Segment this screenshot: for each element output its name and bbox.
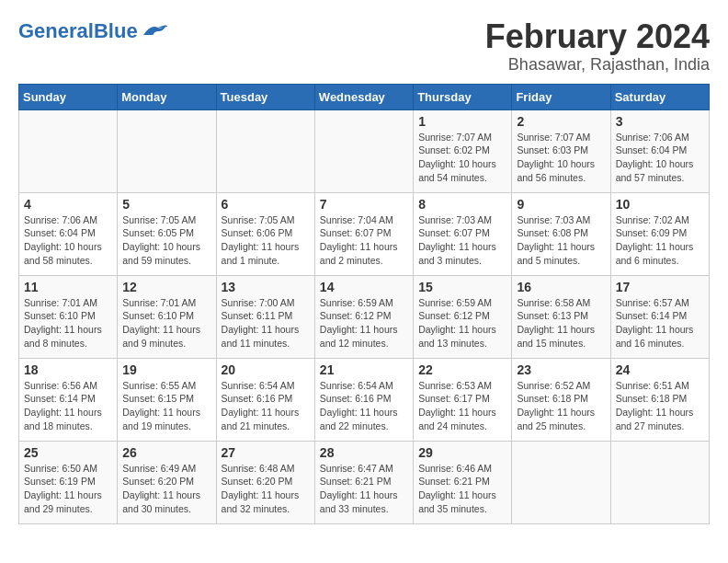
- page-header: GeneralBlue February 2024 Bhasawar, Raja…: [18, 18, 710, 75]
- location-title: Bhasawar, Rajasthan, India: [485, 55, 710, 75]
- day-number: 24: [616, 362, 704, 377]
- day-info: Sunrise: 7:02 AM Sunset: 6:09 PM Dayligh…: [616, 213, 704, 268]
- day-number: 27: [222, 445, 310, 460]
- day-info: Sunrise: 7:01 AM Sunset: 6:10 PM Dayligh…: [24, 296, 112, 350]
- day-info: Sunrise: 6:51 AM Sunset: 6:18 PM Dayligh…: [616, 379, 704, 433]
- day-info: Sunrise: 6:58 AM Sunset: 6:13 PM Dayligh…: [517, 296, 605, 350]
- day-number: 17: [616, 280, 704, 294]
- calendar-cell: 12Sunrise: 7:01 AM Sunset: 6:10 PM Dayli…: [118, 275, 216, 358]
- day-info: Sunrise: 6:52 AM Sunset: 6:18 PM Dayligh…: [517, 379, 605, 433]
- day-number: 25: [24, 445, 112, 460]
- logo: GeneralBlue: [18, 18, 169, 44]
- day-info: Sunrise: 7:03 AM Sunset: 6:08 PM Dayligh…: [517, 213, 605, 268]
- day-info: Sunrise: 6:59 AM Sunset: 6:12 PM Dayligh…: [320, 296, 408, 350]
- day-info: Sunrise: 7:05 AM Sunset: 6:06 PM Dayligh…: [222, 213, 310, 268]
- day-number: 15: [418, 280, 506, 294]
- calendar-cell: 24Sunrise: 6:51 AM Sunset: 6:18 PM Dayli…: [610, 358, 709, 441]
- calendar-cell: [314, 109, 413, 192]
- calendar-cell: [610, 441, 709, 523]
- day-number: 20: [222, 362, 310, 377]
- weekday-header-friday: Friday: [512, 84, 610, 109]
- day-info: Sunrise: 6:54 AM Sunset: 6:16 PM Dayligh…: [320, 379, 408, 433]
- day-info: Sunrise: 6:48 AM Sunset: 6:20 PM Dayligh…: [222, 462, 310, 516]
- day-number: 11: [24, 280, 112, 294]
- day-number: 21: [320, 362, 408, 377]
- calendar-cell: 18Sunrise: 6:56 AM Sunset: 6:14 PM Dayli…: [19, 358, 118, 441]
- title-block: February 2024 Bhasawar, Rajasthan, India: [485, 18, 710, 75]
- logo-text: GeneralBlue: [18, 21, 138, 41]
- logo-bird-icon: [140, 18, 169, 44]
- day-number: 16: [517, 280, 605, 294]
- month-title: February 2024: [485, 18, 710, 55]
- day-info: Sunrise: 6:49 AM Sunset: 6:20 PM Dayligh…: [122, 462, 210, 516]
- calendar-cell: 21Sunrise: 6:54 AM Sunset: 6:16 PM Dayli…: [314, 358, 413, 441]
- day-number: 5: [122, 197, 210, 212]
- day-number: 22: [418, 362, 506, 377]
- day-info: Sunrise: 6:55 AM Sunset: 6:15 PM Dayligh…: [122, 379, 210, 433]
- day-info: Sunrise: 7:01 AM Sunset: 6:10 PM Dayligh…: [122, 296, 210, 350]
- calendar-cell: 27Sunrise: 6:48 AM Sunset: 6:20 PM Dayli…: [216, 441, 314, 523]
- day-number: 8: [418, 197, 506, 212]
- calendar-cell: [216, 109, 314, 192]
- day-info: Sunrise: 6:46 AM Sunset: 6:21 PM Dayligh…: [418, 462, 506, 516]
- day-number: 9: [517, 197, 605, 212]
- calendar-cell: 22Sunrise: 6:53 AM Sunset: 6:17 PM Dayli…: [414, 358, 512, 441]
- calendar-cell: 8Sunrise: 7:03 AM Sunset: 6:07 PM Daylig…: [414, 192, 512, 275]
- day-info: Sunrise: 7:03 AM Sunset: 6:07 PM Dayligh…: [418, 213, 506, 268]
- calendar-cell: 4Sunrise: 7:06 AM Sunset: 6:04 PM Daylig…: [19, 192, 118, 275]
- calendar-week-row: 25Sunrise: 6:50 AM Sunset: 6:19 PM Dayli…: [19, 441, 710, 523]
- day-number: 28: [320, 445, 408, 460]
- weekday-header-tuesday: Tuesday: [216, 84, 314, 109]
- day-info: Sunrise: 7:00 AM Sunset: 6:11 PM Dayligh…: [222, 296, 310, 350]
- calendar-table: SundayMondayTuesdayWednesdayThursdayFrid…: [18, 84, 710, 524]
- calendar-cell: 14Sunrise: 6:59 AM Sunset: 6:12 PM Dayli…: [314, 275, 413, 358]
- calendar-cell: 3Sunrise: 7:06 AM Sunset: 6:04 PM Daylig…: [610, 109, 709, 192]
- day-number: 19: [122, 362, 210, 377]
- day-info: Sunrise: 6:47 AM Sunset: 6:21 PM Dayligh…: [320, 462, 408, 516]
- day-number: 23: [517, 362, 605, 377]
- day-info: Sunrise: 7:04 AM Sunset: 6:07 PM Dayligh…: [320, 213, 408, 268]
- calendar-cell: 7Sunrise: 7:04 AM Sunset: 6:07 PM Daylig…: [314, 192, 413, 275]
- day-number: 3: [616, 114, 704, 129]
- calendar-cell: [19, 109, 118, 192]
- weekday-header-row: SundayMondayTuesdayWednesdayThursdayFrid…: [19, 84, 710, 109]
- day-number: 14: [320, 280, 408, 294]
- calendar-cell: 2Sunrise: 7:07 AM Sunset: 6:03 PM Daylig…: [512, 109, 610, 192]
- day-info: Sunrise: 6:56 AM Sunset: 6:14 PM Dayligh…: [24, 379, 112, 433]
- calendar-week-row: 18Sunrise: 6:56 AM Sunset: 6:14 PM Dayli…: [19, 358, 710, 441]
- day-number: 29: [418, 445, 506, 460]
- day-number: 2: [517, 114, 605, 129]
- day-number: 10: [616, 197, 704, 212]
- calendar-cell: 20Sunrise: 6:54 AM Sunset: 6:16 PM Dayli…: [216, 358, 314, 441]
- day-number: 6: [222, 197, 310, 212]
- calendar-cell: 1Sunrise: 7:07 AM Sunset: 6:02 PM Daylig…: [414, 109, 512, 192]
- day-info: Sunrise: 7:06 AM Sunset: 6:04 PM Dayligh…: [24, 213, 112, 268]
- calendar-week-row: 1Sunrise: 7:07 AM Sunset: 6:02 PM Daylig…: [19, 109, 710, 192]
- weekday-header-sunday: Sunday: [19, 84, 118, 109]
- calendar-cell: 19Sunrise: 6:55 AM Sunset: 6:15 PM Dayli…: [118, 358, 216, 441]
- day-info: Sunrise: 7:05 AM Sunset: 6:05 PM Dayligh…: [122, 213, 210, 268]
- day-info: Sunrise: 7:07 AM Sunset: 6:03 PM Dayligh…: [517, 131, 605, 185]
- day-number: 12: [122, 280, 210, 294]
- calendar-cell: 25Sunrise: 6:50 AM Sunset: 6:19 PM Dayli…: [19, 441, 118, 523]
- weekday-header-monday: Monday: [118, 84, 216, 109]
- calendar-cell: 26Sunrise: 6:49 AM Sunset: 6:20 PM Dayli…: [118, 441, 216, 523]
- day-info: Sunrise: 6:53 AM Sunset: 6:17 PM Dayligh…: [418, 379, 506, 433]
- calendar-cell: 11Sunrise: 7:01 AM Sunset: 6:10 PM Dayli…: [19, 275, 118, 358]
- calendar-cell: 15Sunrise: 6:59 AM Sunset: 6:12 PM Dayli…: [414, 275, 512, 358]
- day-number: 4: [24, 197, 112, 212]
- day-info: Sunrise: 6:54 AM Sunset: 6:16 PM Dayligh…: [222, 379, 310, 433]
- day-info: Sunrise: 6:50 AM Sunset: 6:19 PM Dayligh…: [24, 462, 112, 516]
- calendar-cell: 23Sunrise: 6:52 AM Sunset: 6:18 PM Dayli…: [512, 358, 610, 441]
- day-number: 7: [320, 197, 408, 212]
- calendar-cell: 5Sunrise: 7:05 AM Sunset: 6:05 PM Daylig…: [118, 192, 216, 275]
- weekday-header-thursday: Thursday: [414, 84, 512, 109]
- day-info: Sunrise: 7:07 AM Sunset: 6:02 PM Dayligh…: [418, 131, 506, 185]
- calendar-cell: 29Sunrise: 6:46 AM Sunset: 6:21 PM Dayli…: [414, 441, 512, 523]
- calendar-cell: 13Sunrise: 7:00 AM Sunset: 6:11 PM Dayli…: [216, 275, 314, 358]
- weekday-header-saturday: Saturday: [610, 84, 709, 109]
- day-number: 18: [24, 362, 112, 377]
- calendar-cell: 9Sunrise: 7:03 AM Sunset: 6:08 PM Daylig…: [512, 192, 610, 275]
- calendar-cell: 28Sunrise: 6:47 AM Sunset: 6:21 PM Dayli…: [314, 441, 413, 523]
- calendar-week-row: 11Sunrise: 7:01 AM Sunset: 6:10 PM Dayli…: [19, 275, 710, 358]
